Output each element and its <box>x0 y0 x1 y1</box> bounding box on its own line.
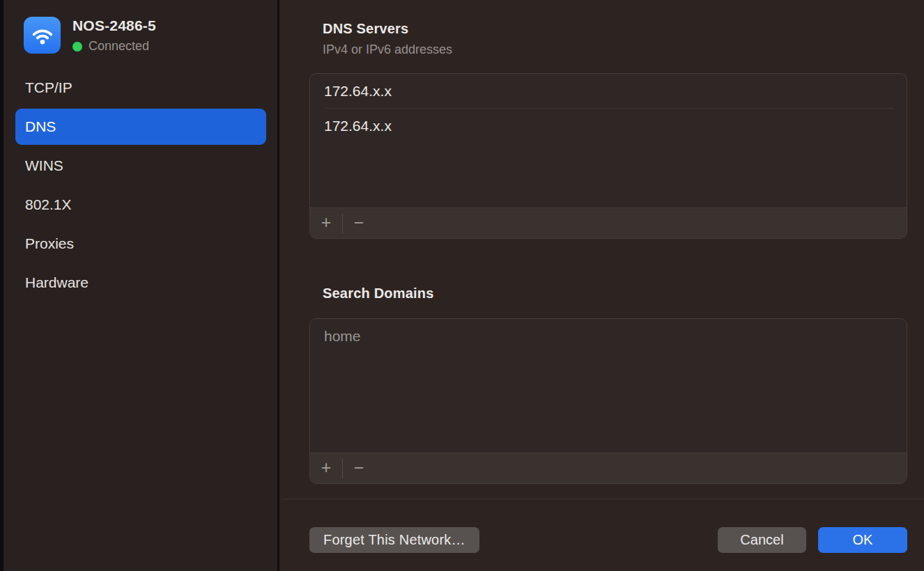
status-dot <box>72 42 82 52</box>
network-header: NOS-2486-5 Connected <box>24 17 156 54</box>
sidebar-nav: TCP/IP DNS WINS 802.1X Proxies Hardware <box>15 70 266 304</box>
dns-servers-subtitle: IPv4 or IPv6 addresses <box>323 42 452 57</box>
dns-servers-list: 172.64.x.x 172.64.x.x + − <box>309 73 907 239</box>
dns-server-row[interactable]: 172.64.x.x <box>310 74 907 108</box>
sidebar-item-tcpip[interactable]: TCP/IP <box>15 70 266 106</box>
bottom-divider <box>282 499 924 499</box>
wifi-icon <box>24 17 61 54</box>
sidebar-item-8021x[interactable]: 802.1X <box>15 187 266 223</box>
cancel-button[interactable]: Cancel <box>718 527 806 553</box>
search-domains-title: Search Domains <box>323 286 434 302</box>
sidebar-item-proxies[interactable]: Proxies <box>15 226 266 262</box>
minus-icon[interactable]: − <box>343 208 375 239</box>
plus-icon[interactable]: + <box>310 453 342 484</box>
search-domain-row[interactable]: home <box>310 319 907 353</box>
dns-list-toolbar: + − <box>310 208 907 238</box>
plus-icon[interactable]: + <box>310 208 342 239</box>
ok-button[interactable]: OK <box>818 527 907 553</box>
sidebar: NOS-2486-5 Connected TCP/IP DNS WINS 802… <box>3 0 279 571</box>
search-domains-list: home + − <box>309 318 907 484</box>
status-label: Connected <box>88 39 149 54</box>
dns-server-row[interactable]: 172.64.x.x <box>310 109 907 143</box>
sidebar-item-wins[interactable]: WINS <box>15 148 266 184</box>
dns-servers-title: DNS Servers <box>323 21 408 37</box>
network-name: NOS-2486-5 <box>72 17 156 34</box>
forget-network-button[interactable]: Forget This Network… <box>309 527 479 553</box>
button-bar: Forget This Network… Cancel OK <box>309 527 907 553</box>
search-domains-toolbar: + − <box>310 453 907 483</box>
sidebar-item-dns[interactable]: DNS <box>15 109 266 145</box>
minus-icon[interactable]: − <box>343 453 375 484</box>
main-pane: DNS Servers IPv4 or IPv6 addresses 172.6… <box>282 0 924 571</box>
sidebar-item-hardware[interactable]: Hardware <box>15 265 266 301</box>
